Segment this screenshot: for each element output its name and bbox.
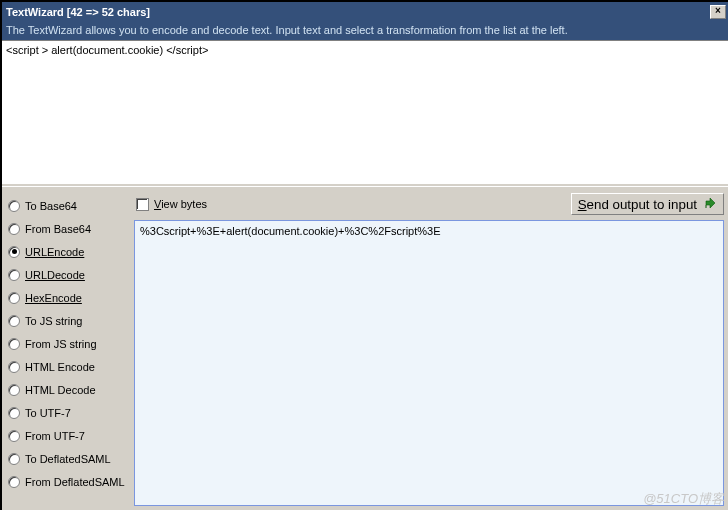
radio-icon xyxy=(8,223,20,235)
send-output-button[interactable]: Send output to input xyxy=(571,193,724,215)
transform-option-label: To Base64 xyxy=(25,200,77,212)
radio-icon xyxy=(8,200,20,212)
transform-option-label: To DeflatedSAML xyxy=(25,453,111,465)
checkbox-icon xyxy=(136,198,149,211)
right-pane: View bytes Send output to input %3Cscrip… xyxy=(132,190,728,510)
transform-option[interactable]: From Base64 xyxy=(4,217,130,240)
transform-option-label: HexEncode xyxy=(25,292,82,304)
transform-option[interactable]: URLEncode xyxy=(4,240,130,263)
transform-list: To Base64From Base64URLEncodeURLDecodeHe… xyxy=(2,190,132,510)
radio-icon xyxy=(8,315,20,327)
lower-pane: To Base64From Base64URLEncodeURLDecodeHe… xyxy=(2,190,728,510)
close-icon: × xyxy=(715,5,721,16)
transform-option-label: HTML Encode xyxy=(25,361,95,373)
radio-icon xyxy=(8,407,20,419)
transform-option[interactable]: From DeflatedSAML xyxy=(4,470,130,493)
transform-option[interactable]: HTML Encode xyxy=(4,355,130,378)
transform-option[interactable]: From JS string xyxy=(4,332,130,355)
radio-icon xyxy=(8,338,20,350)
transform-option[interactable]: From UTF-7 xyxy=(4,424,130,447)
radio-icon xyxy=(8,430,20,442)
radio-icon xyxy=(8,292,20,304)
input-textarea[interactable] xyxy=(2,40,728,184)
transform-option[interactable]: To Base64 xyxy=(4,194,130,217)
radio-icon xyxy=(8,361,20,373)
view-bytes-label: View bytes xyxy=(154,198,207,210)
hint-text: The TextWizard allows you to encode and … xyxy=(2,22,728,40)
transform-option-label: URLDecode xyxy=(25,269,85,281)
output-toolbar: View bytes Send output to input xyxy=(134,192,724,216)
title-bar: TextWizard [42 => 52 chars] × xyxy=(2,2,728,22)
transform-option[interactable]: To DeflatedSAML xyxy=(4,447,130,470)
window-title: TextWizard [42 => 52 chars] xyxy=(6,6,150,18)
transform-option[interactable]: HTML Decode xyxy=(4,378,130,401)
close-button[interactable]: × xyxy=(710,5,726,19)
send-arrow-icon xyxy=(703,197,717,211)
radio-icon xyxy=(8,246,20,258)
output-textarea[interactable]: %3Cscript+%3E+alert(document.cookie)+%3C… xyxy=(134,220,724,506)
radio-icon xyxy=(8,476,20,488)
transform-option[interactable]: HexEncode xyxy=(4,286,130,309)
transform-option-label: From DeflatedSAML xyxy=(25,476,125,488)
radio-icon xyxy=(8,453,20,465)
transform-option-label: HTML Decode xyxy=(25,384,96,396)
send-output-label: Send output to input xyxy=(578,197,697,212)
radio-icon xyxy=(8,269,20,281)
transform-option-label: To UTF-7 xyxy=(25,407,71,419)
transform-option-label: From UTF-7 xyxy=(25,430,85,442)
transform-option-label: To JS string xyxy=(25,315,82,327)
transform-option[interactable]: URLDecode xyxy=(4,263,130,286)
transform-option-label: From Base64 xyxy=(25,223,91,235)
transform-option-label: URLEncode xyxy=(25,246,84,258)
transform-option[interactable]: To JS string xyxy=(4,309,130,332)
transform-option[interactable]: To UTF-7 xyxy=(4,401,130,424)
radio-icon xyxy=(8,384,20,396)
transform-option-label: From JS string xyxy=(25,338,97,350)
view-bytes-checkbox[interactable]: View bytes xyxy=(134,198,207,211)
